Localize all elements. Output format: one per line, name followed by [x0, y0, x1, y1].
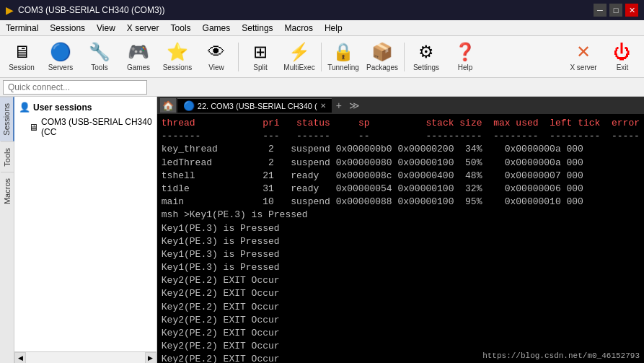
quick-connect-input[interactable]: [3, 80, 147, 95]
multiexec-icon: ⚡: [288, 42, 310, 62]
col-error: error: [612, 118, 640, 128]
left-side-panel: Sessions Tools Macros: [0, 97, 14, 363]
toolbar-separator-3: [404, 43, 405, 71]
tunneling-icon: 🔒: [332, 42, 354, 62]
menu-xserver[interactable]: X server: [121, 22, 165, 35]
tb-exit[interactable]: ⏻ Exit: [604, 38, 641, 76]
menu-settings[interactable]: Settings: [236, 22, 278, 35]
toolbar-separator-2: [321, 43, 322, 71]
games-icon: 🎮: [128, 42, 149, 62]
menu-macros[interactable]: Macros: [279, 22, 319, 35]
tb-games[interactable]: 🎮 Games: [120, 38, 157, 76]
console-line: Key1(PE.3) is Pressed: [162, 222, 640, 235]
tb-split[interactable]: ⊞ Split: [242, 38, 279, 76]
tb-multiexec[interactable]: ⚡ MultiExec: [281, 38, 318, 76]
side-tab-sessions[interactable]: Sessions: [0, 97, 14, 141]
console-line: Key2(PE.2) EXIT Occur: [162, 274, 640, 287]
tab-close-button[interactable]: ✕: [320, 102, 326, 110]
console-line: msh >Key1(PE.3) is Pressed: [162, 209, 640, 222]
tree-child-com3[interactable]: 🖥 COM3 (USB-SERIAL CH340 (CC: [14, 115, 156, 139]
console-line: Key2(PE.2) EXIT Occur: [162, 287, 640, 300]
maximize-button[interactable]: □: [609, 4, 622, 17]
col-stack: stack size: [426, 118, 482, 128]
tb-multiexec-label: MultiExec: [283, 64, 314, 71]
col-status: status: [296, 118, 330, 128]
title-bar: ▶ COM3 (USB-SERIAL CH340 (COM3)) ─ □ ✕: [0, 0, 644, 20]
tb-session-label: Session: [9, 64, 35, 71]
tb-tools-label: Tools: [91, 64, 107, 71]
row-key-thread: key_thread 2 suspend 0x000000b0 0x000002…: [162, 143, 640, 156]
tree-root-sessions[interactable]: 👤 User sessions: [14, 100, 156, 115]
tab-home[interactable]: 🏠: [160, 98, 176, 113]
menu-games[interactable]: Games: [197, 22, 237, 35]
tb-servers-label: Servers: [48, 64, 73, 71]
tb-view[interactable]: 👁 View: [198, 38, 235, 76]
menu-help[interactable]: Help: [319, 22, 348, 35]
tb-tunneling-label: Tunneling: [327, 64, 359, 71]
col-maxused: max used: [493, 118, 538, 128]
servers-icon: 🔵: [50, 42, 71, 62]
terminal-content[interactable]: thread pri status sp stack size max used…: [157, 114, 644, 363]
settings-icon: ⚙: [418, 42, 434, 62]
side-tab-tools[interactable]: Tools: [1, 141, 14, 172]
menu-sessions[interactable]: Sessions: [44, 22, 91, 35]
tb-help-label: Help: [458, 64, 473, 71]
row-tidle: tidle 31 ready 0x00000054 0x00000100 32%…: [162, 183, 640, 196]
toolbar: 🖥 Session 🔵 Servers 🔧 Tools 🎮 Games ⭐ Se…: [0, 36, 644, 78]
console-line: Key2(PE.2) EXIT Occur: [162, 314, 640, 327]
xserver-icon: ✕: [576, 42, 591, 62]
separator-line: ------- --- ------ -- ---------- -------…: [162, 130, 640, 143]
menu-terminal[interactable]: Terminal: [0, 22, 44, 35]
console-line: Key1(PE.3) is Pressed: [162, 261, 640, 274]
col-lefttick: left tick: [550, 118, 600, 128]
col-thread: thread: [162, 118, 195, 128]
tab-scroll-right[interactable]: ≫: [349, 100, 360, 111]
tb-settings[interactable]: ⚙ Settings: [407, 38, 445, 76]
tb-games-label: Games: [127, 64, 150, 71]
tab-icon: 🔵: [183, 100, 195, 111]
console-line: Key2(PE.2) EXIT Occur: [162, 301, 640, 314]
sessions-panel: 👤 User sessions 🖥 COM3 (USB-SERIAL CH340…: [14, 97, 157, 363]
console-output: msh >Key1(PE.3) is PressedKey1(PE.3) is …: [162, 209, 640, 363]
tools-icon: 🔧: [89, 42, 110, 62]
sessions-icon: ⭐: [167, 42, 188, 62]
app-icon: ▶: [6, 4, 14, 16]
console-line: Key2(PE.2) EXIT Occur: [162, 327, 640, 340]
tb-view-label: View: [208, 64, 224, 71]
tb-sessions[interactable]: ⭐ Sessions: [159, 38, 196, 76]
quick-connect-bar: [0, 78, 644, 97]
split-icon: ⊞: [253, 42, 268, 62]
tb-help[interactable]: ❓ Help: [446, 38, 484, 76]
tb-servers[interactable]: 🔵 Servers: [42, 38, 79, 76]
side-tab-macros[interactable]: Macros: [1, 172, 14, 210]
sessions-tree: 👤 User sessions 🖥 COM3 (USB-SERIAL CH340…: [14, 97, 156, 142]
menu-view[interactable]: View: [91, 22, 121, 35]
scroll-right-arrow[interactable]: ▶: [145, 352, 156, 364]
header-line: thread pri status sp stack size max used…: [162, 117, 640, 130]
menu-tools[interactable]: Tools: [165, 22, 197, 35]
watermark-url: https://blog.csdn.net/m0_46152793: [482, 351, 640, 360]
tb-xserver[interactable]: ✕ X server: [565, 38, 602, 76]
row-led-thread: ledThread 2 suspend 0x00000080 0x0000010…: [162, 157, 640, 170]
tb-sessions-label: Sessions: [163, 64, 193, 71]
console-line: Key1(PE.3) is Pressed: [162, 248, 640, 261]
scroll-left-arrow[interactable]: ◀: [14, 352, 26, 364]
tb-tunneling[interactable]: 🔒 Tunneling: [325, 38, 362, 76]
exit-icon: ⏻: [614, 42, 631, 62]
tb-tools[interactable]: 🔧 Tools: [81, 38, 118, 76]
monitor-icon: 🖥: [29, 122, 38, 133]
tb-packages[interactable]: 📦 Packages: [363, 38, 401, 76]
col-pri: pri: [263, 118, 279, 128]
main-area: Sessions Tools Macros 👤 User sessions 🖥 …: [0, 97, 644, 363]
tb-session[interactable]: 🖥 Session: [3, 38, 40, 76]
tb-xserver-label: X server: [570, 64, 596, 71]
sessions-scrollbar: ◀ ▶: [14, 351, 156, 363]
active-tab[interactable]: 🔵 22. COM3 (USB-SERIAL CH340 ( ✕: [177, 98, 332, 113]
tab-bar: 🏠 🔵 22. COM3 (USB-SERIAL CH340 ( ✕ + ≫: [157, 97, 644, 114]
new-tab-button[interactable]: +: [333, 100, 345, 111]
tb-packages-label: Packages: [366, 64, 398, 71]
window-controls: ─ □ ✕: [594, 4, 638, 17]
close-button[interactable]: ✕: [625, 4, 638, 17]
minimize-button[interactable]: ─: [594, 4, 606, 17]
menu-bar: Terminal Sessions View X server Tools Ga…: [0, 20, 644, 36]
